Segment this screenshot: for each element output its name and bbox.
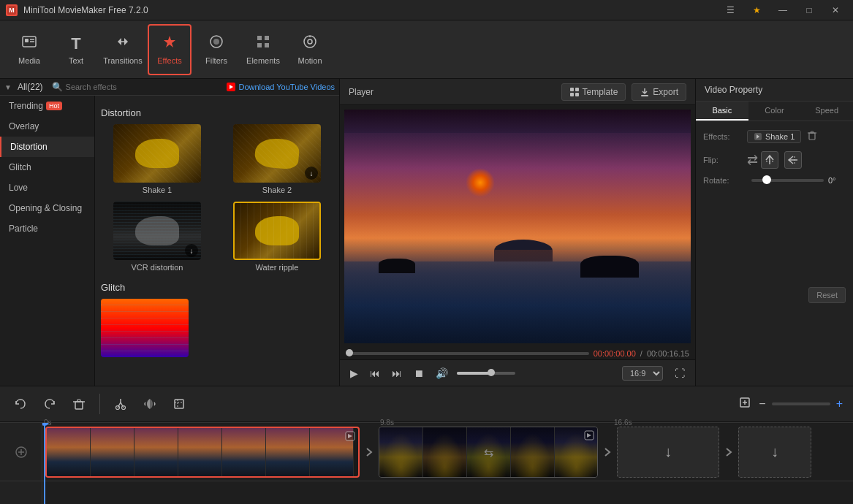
clip-4[interactable]: ↓	[738, 427, 811, 478]
toolbar-media[interactable]: Media	[7, 24, 51, 75]
effect-shake1[interactable]: Shake 1	[101, 124, 213, 194]
zoom-out-button[interactable]: −	[757, 396, 767, 412]
media-label: Media	[18, 56, 40, 65]
timeline-playhead[interactable]	[44, 423, 45, 504]
effect-water-ripple[interactable]: Water ripple	[221, 202, 333, 272]
video-track: ⇆ ↓ ↓	[42, 423, 853, 481]
transitions-label: Transitions	[103, 56, 142, 65]
app-icon: M	[6, 4, 18, 16]
tab-color[interactable]: Color	[748, 102, 801, 121]
delete-button[interactable]	[67, 392, 91, 416]
clip-1[interactable]	[45, 427, 360, 478]
video-track-icon[interactable]	[0, 481, 42, 504]
volume-icon[interactable]: 🔊	[433, 364, 451, 382]
tab-speed[interactable]: Speed	[800, 102, 853, 121]
search-input[interactable]	[66, 83, 223, 91]
flip-button[interactable]	[761, 151, 778, 169]
glitch-section-title: Glitch	[101, 282, 333, 293]
fit-zoom-button[interactable]	[737, 394, 753, 413]
tab-basic[interactable]: Basic	[696, 102, 748, 121]
audio-button[interactable]	[138, 392, 162, 416]
maximize-button[interactable]: □	[797, 0, 821, 20]
export-button[interactable]: Export	[632, 83, 686, 101]
rotate-slider[interactable]	[751, 179, 824, 182]
glitch-preview-thumb	[101, 299, 189, 357]
clip-3[interactable]: ↓	[617, 427, 719, 478]
rotate-value: 0°	[828, 176, 846, 185]
toolbar-transitions[interactable]: Transitions	[101, 24, 145, 75]
toolbar-elements[interactable]: Elements	[241, 24, 285, 75]
properties-title: Video Property	[696, 79, 853, 102]
category-distortion[interactable]: Distortion	[0, 137, 94, 157]
text-icon: T	[71, 34, 80, 53]
menu-icon[interactable]: ☰	[719, 0, 742, 20]
hot-badge: Hot	[46, 102, 62, 110]
cut-button[interactable]	[109, 392, 132, 416]
transition-arrow-2	[601, 446, 614, 459]
timeline-tracks-header	[0, 423, 42, 504]
prev-frame-button[interactable]: ⏮	[367, 364, 383, 382]
effect-chip-icon	[754, 132, 762, 141]
svg-rect-26	[809, 133, 815, 140]
progress-track[interactable]	[346, 352, 589, 355]
clip-2[interactable]: ⇆	[379, 427, 598, 478]
category-particle[interactable]: Particle	[0, 218, 94, 239]
flip-vertical-button[interactable]	[784, 151, 802, 169]
zoom-in-button[interactable]: +	[835, 396, 844, 412]
distortion-section-title: Distortion	[101, 107, 333, 118]
category-trending[interactable]: Trending Hot	[0, 96, 94, 116]
player-area: Player Template Export	[340, 79, 696, 386]
effect-shake1-thumb	[113, 124, 201, 183]
minimize-button[interactable]: —	[771, 0, 795, 20]
timeline: 0s 9.8s 16.6s	[0, 422, 853, 504]
text-label: Text	[69, 56, 83, 65]
clip4-download-icon: ↓	[771, 443, 778, 460]
glitch-preview-item[interactable]	[101, 299, 189, 357]
elements-icon	[255, 34, 271, 53]
svg-point-14	[304, 36, 316, 47]
category-love[interactable]: Love	[0, 177, 94, 198]
flip-vertical-icon	[787, 154, 799, 166]
properties-panel: Video Property Basic Color Speed Effects…	[696, 79, 853, 386]
crop-button[interactable]	[167, 392, 191, 416]
play-button[interactable]: ▶	[347, 364, 361, 382]
effect-water-ripple-label: Water ripple	[256, 263, 299, 272]
stop-button[interactable]: ⏹	[411, 364, 427, 382]
category-glitch[interactable]: Glitch	[0, 157, 94, 177]
toolbar-motion[interactable]: Motion	[288, 24, 332, 75]
next-frame-button[interactable]: ⏭	[389, 364, 405, 382]
ratio-select[interactable]: 16:9	[622, 366, 663, 381]
transition-arrow-3	[722, 446, 735, 459]
toolbar-text[interactable]: T Text	[54, 24, 98, 75]
fullscreen-button[interactable]: ⛶	[672, 364, 688, 382]
collapse-arrow-icon[interactable]: ▼	[4, 83, 12, 91]
volume-slider[interactable]	[457, 372, 515, 375]
toolbar-filters[interactable]: Filters	[194, 24, 238, 75]
zoom-slider[interactable]	[772, 402, 830, 405]
pin-icon[interactable]: ★	[745, 0, 768, 20]
redo-button[interactable]	[38, 392, 61, 416]
motion-icon	[302, 34, 318, 53]
effect-shake2[interactable]: ↓ Shake 2	[221, 124, 333, 194]
current-time: 00:00:00.00	[594, 349, 636, 358]
category-overlay[interactable]: Overlay	[0, 116, 94, 137]
effect-vcr[interactable]: ↓ VCR distortion	[101, 202, 213, 272]
category-opening-closing[interactable]: Opening & Closing	[0, 198, 94, 218]
zoom-controls: − +	[737, 394, 844, 413]
download-youtube-link[interactable]: Download YouTube Videos	[226, 82, 335, 92]
flip-horizontal-button[interactable]: ⇄	[747, 152, 758, 168]
effect-shake2-thumb: ↓	[233, 124, 321, 183]
toolbar-effects[interactable]: Effects	[148, 24, 192, 75]
rotate-slider-thumb	[762, 175, 771, 184]
add-media-icon[interactable]	[0, 423, 42, 481]
effect-vcr-thumb: ↓	[113, 202, 201, 260]
category-sidebar: Trending Hot Overlay Distortion Glitch L…	[0, 96, 95, 386]
reset-button[interactable]: Reset	[808, 287, 846, 303]
delete-effect-button[interactable]	[804, 129, 820, 144]
window-controls: ☰ ★ — □ ✕	[719, 0, 847, 20]
undo-button[interactable]	[9, 392, 32, 416]
distortion-effects-grid: Shake 1 ↓ Shake 2	[101, 124, 333, 272]
template-button[interactable]: Template	[561, 83, 626, 101]
close-button[interactable]: ✕	[824, 0, 847, 20]
effects-panel: ▼ All(22) 🔍 Download YouTube Videos Tren…	[0, 79, 340, 386]
